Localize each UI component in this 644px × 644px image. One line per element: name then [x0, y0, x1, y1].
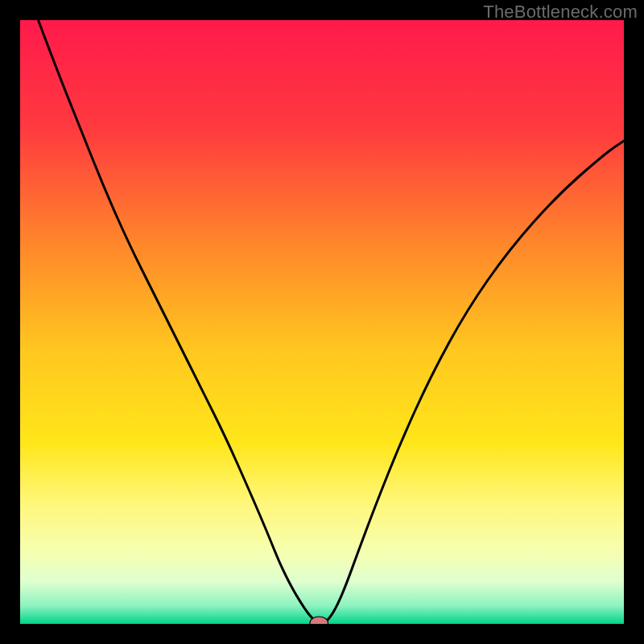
gradient-background [20, 20, 624, 624]
plot-area [20, 20, 624, 624]
chart-svg [20, 20, 624, 624]
chart-frame: TheBottleneck.com [0, 0, 644, 644]
